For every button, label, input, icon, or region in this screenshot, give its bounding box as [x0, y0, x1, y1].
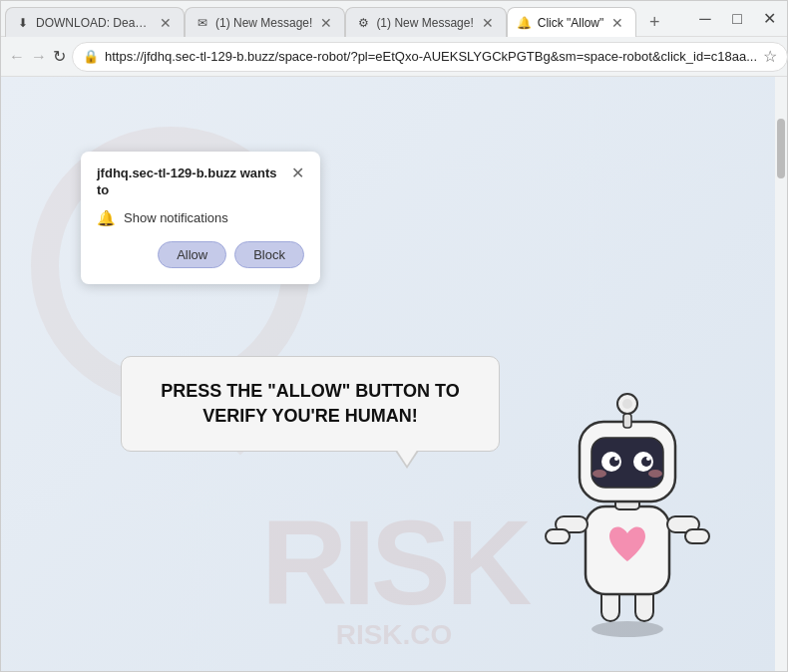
close-window-button[interactable]: ✕: [755, 5, 783, 33]
tab-4-favicon: 🔔: [518, 16, 532, 30]
scrollbar[interactable]: [775, 77, 787, 671]
tab-4[interactable]: 🔔 Click "Allow" ✕: [507, 7, 637, 37]
tab-3-close[interactable]: ✕: [480, 14, 496, 32]
watermark-text: RISK: [261, 494, 528, 631]
tab-2[interactable]: ✉ (1) New Message! ✕: [185, 7, 345, 37]
robot-svg: [528, 362, 727, 641]
block-button[interactable]: Block: [234, 241, 304, 268]
tab-bar: ⬇ DOWNLOAD: Deadpo... ✕ ✉ (1) New Messag…: [5, 1, 683, 36]
popup-header: jfdhq.sec-tl-129-b.buzz wants to ✕: [97, 166, 304, 199]
svg-point-18: [648, 470, 662, 478]
tab-1[interactable]: ⬇ DOWNLOAD: Deadpo... ✕: [5, 7, 185, 37]
refresh-button[interactable]: ↻: [53, 43, 66, 71]
address-input[interactable]: 🔒 https://jfdhq.sec-tl-129-b.buzz/space-…: [72, 42, 788, 72]
tab-3-favicon: ⚙: [356, 16, 370, 30]
svg-point-17: [592, 470, 606, 478]
svg-point-15: [614, 457, 618, 461]
svg-point-0: [591, 621, 663, 637]
forward-button[interactable]: →: [31, 43, 47, 71]
minimize-button[interactable]: ─: [691, 5, 719, 33]
speech-bubble: PRESS THE "ALLOW" BUTTON TO VERIFY YOU'R…: [121, 356, 500, 452]
address-bar: ← → ↻ 🔒 https://jfdhq.sec-tl-129-b.buzz/…: [1, 37, 787, 77]
robot-character: [528, 362, 727, 641]
svg-rect-7: [685, 529, 709, 543]
title-bar: ⬇ DOWNLOAD: Deadpo... ✕ ✉ (1) New Messag…: [1, 1, 787, 37]
address-text: https://jfdhq.sec-tl-129-b.buzz/space-ro…: [105, 49, 757, 64]
tab-3[interactable]: ⚙ (1) New Message! ✕: [345, 7, 506, 37]
svg-point-16: [646, 457, 650, 461]
back-button[interactable]: ←: [9, 43, 25, 71]
allow-button[interactable]: Allow: [158, 241, 226, 268]
maximize-button[interactable]: □: [723, 5, 751, 33]
popup-notification-row: 🔔 Show notifications: [97, 209, 304, 227]
svg-rect-5: [546, 529, 570, 543]
page-content: RISK RISK.CO jfdhq.sec-tl-129-b.buzz wan…: [1, 77, 787, 671]
tab-1-title: DOWNLOAD: Deadpo...: [36, 16, 152, 30]
notification-popup: jfdhq.sec-tl-129-b.buzz wants to ✕ 🔔 Sho…: [81, 152, 320, 284]
lock-icon: 🔒: [83, 49, 99, 64]
popup-close-icon[interactable]: ✕: [291, 166, 304, 181]
browser-window: ⬇ DOWNLOAD: Deadpo... ✕ ✉ (1) New Messag…: [0, 0, 788, 672]
watermark-sub-text: RISK.CO: [336, 619, 453, 651]
tab-2-favicon: ✉: [196, 16, 209, 30]
tab-1-close[interactable]: ✕: [158, 14, 174, 32]
window-controls: ─ □ ✕: [691, 5, 783, 33]
tab-1-favicon: ⬇: [16, 16, 30, 30]
popup-title: jfdhq.sec-tl-129-b.buzz wants to: [97, 166, 283, 199]
bell-icon: 🔔: [97, 209, 116, 227]
svg-point-20: [622, 399, 632, 409]
tab-2-close[interactable]: ✕: [318, 14, 334, 32]
svg-rect-21: [623, 414, 631, 428]
new-tab-button[interactable]: +: [640, 8, 668, 36]
tab-2-title: (1) New Message!: [215, 16, 312, 30]
speech-text: PRESS THE "ALLOW" BUTTON TO VERIFY YOU'R…: [161, 381, 459, 426]
bookmark-icon[interactable]: ☆: [763, 47, 777, 66]
scrollbar-thumb[interactable]: [777, 119, 785, 178]
show-notifications-text: Show notifications: [124, 210, 228, 225]
tab-4-close[interactable]: ✕: [609, 14, 625, 32]
tab-4-title: Click "Allow": [538, 16, 604, 30]
popup-buttons: Allow Block: [97, 241, 304, 268]
tab-3-title: (1) New Message!: [376, 16, 473, 30]
